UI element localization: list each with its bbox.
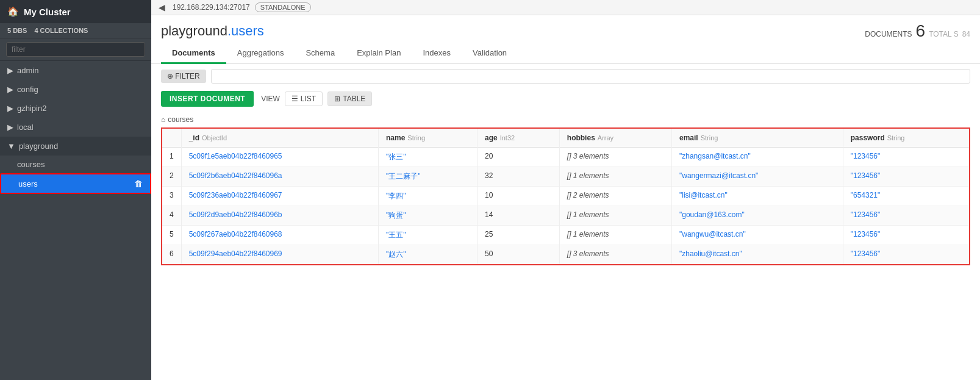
cell-hobbies: [] 2 elements: [559, 187, 671, 206]
row-number: 6: [162, 245, 181, 265]
tab-explain-plan[interactable]: Explain Plan: [346, 43, 412, 64]
sidebar-meta: 5 DBS 4 COLLECTIONS: [0, 23, 151, 38]
tab-validation[interactable]: Validation: [462, 43, 518, 64]
cluster-header[interactable]: 🏠 My Cluster: [0, 0, 151, 23]
tab-aggregations[interactable]: Aggregations: [226, 43, 295, 64]
table-icon: ⊞: [334, 95, 340, 103]
row-number: 5: [162, 226, 181, 245]
row-number: 4: [162, 206, 181, 226]
chevron-down-icon: ▼: [7, 142, 15, 151]
collections-count: 4 COLLECTIONS: [34, 27, 88, 34]
chevron-right-icon: ▶: [7, 123, 13, 132]
collection-label: courses: [17, 160, 45, 169]
col-name: nameString: [378, 128, 477, 148]
sidebar-item-gzhipin2[interactable]: ▶ gzhipin2: [0, 99, 151, 118]
sidebar-item-courses[interactable]: courses: [0, 156, 151, 173]
filter-query-input[interactable]: [211, 69, 970, 84]
sidebar-db-label: config: [17, 85, 38, 94]
cell-id: 5c09f267aeb04b22f8460968: [181, 226, 378, 245]
object-id[interactable]: 5c09f267aeb04b22f8460968: [189, 230, 282, 238]
list-view-button[interactable]: ☰ LIST: [285, 91, 323, 106]
table-container: ⌂ courses _idObjectId nameString ageInt3…: [151, 112, 980, 380]
sidebar-item-config[interactable]: ▶ config: [0, 80, 151, 99]
dbs-count: 5 DBS: [7, 27, 27, 34]
collection-title: playground.users: [161, 23, 264, 39]
row-number: 2: [162, 167, 181, 187]
sidebar-item-local[interactable]: ▶ local: [0, 118, 151, 137]
sidebar-item-users[interactable]: users 🗑: [0, 173, 151, 194]
collection-label: users: [18, 179, 38, 188]
col-num: [162, 128, 181, 148]
cell-age: 10: [477, 187, 559, 206]
cell-email: "zhangsan@itcast.cn": [671, 148, 843, 167]
cell-hobbies: [] 1 elements: [559, 226, 671, 245]
row-number: 1: [162, 148, 181, 167]
filter-input[interactable]: [6, 42, 145, 57]
table-row: 3 5c09f236aeb04b22f8460967 "李四" 10 [] 2 …: [162, 187, 970, 206]
documents-table: _idObjectId nameString ageInt32 hobbiesA…: [161, 127, 970, 265]
cell-name: "王二麻子": [378, 167, 477, 187]
cell-id: 5c09f236aeb04b22f8460967: [181, 187, 378, 206]
doc-count-area: DOCUMENTS 6 TOTAL S 84: [865, 21, 970, 41]
list-label: LIST: [301, 95, 316, 103]
cell-name: "狗蛋": [378, 206, 477, 226]
collapse-sidebar-button[interactable]: ◀: [159, 2, 165, 12]
table-row: 2 5c09f2b6aeb04b22f846096a "王二麻子" 32 [] …: [162, 167, 970, 187]
sidebar-db-label: playground: [19, 142, 58, 151]
object-id[interactable]: 5c09f2d9aeb04b22f846096b: [189, 210, 282, 219]
cell-email: "zhaoliu@itcast.cn": [671, 245, 843, 265]
breadcrumb-path: courses: [168, 115, 193, 124]
object-id[interactable]: 5c09f294aeb04b22f8460969: [189, 249, 282, 258]
sidebar-db-label: admin: [17, 66, 38, 75]
cell-name: "张三": [378, 148, 477, 167]
col-hobbies: hobbiesArray: [559, 128, 671, 148]
cell-password: "123456": [843, 167, 970, 187]
chevron-right-icon: ▶: [7, 66, 13, 75]
cell-hobbies: [] 3 elements: [559, 245, 671, 265]
cell-name: "李四": [378, 187, 477, 206]
table-row: 4 5c09f2d9aeb04b22f846096b "狗蛋" 14 [] 1 …: [162, 206, 970, 226]
chevron-right-icon: ▶: [7, 104, 13, 113]
cell-password: "123456": [843, 245, 970, 265]
row-number: 3: [162, 187, 181, 206]
sidebar: 🏠 My Cluster 5 DBS 4 COLLECTIONS ▶ admin…: [0, 0, 151, 380]
col-email: emailString: [671, 128, 843, 148]
table-header-row: _idObjectId nameString ageInt32 hobbiesA…: [162, 128, 970, 148]
table-view-button[interactable]: ⊞ TABLE: [327, 91, 372, 106]
tabs: Documents Aggregations Schema Explain Pl…: [151, 43, 980, 64]
tab-schema[interactable]: Schema: [295, 43, 346, 64]
total-value: 84: [962, 30, 970, 38]
filter-bar: ⊕ FILTER: [151, 64, 980, 88]
cell-name: "赵六": [378, 245, 477, 265]
sidebar-item-admin[interactable]: ▶ admin: [0, 61, 151, 80]
total-label: TOTAL S: [929, 30, 958, 38]
sidebar-item-playground[interactable]: ▼ playground: [0, 137, 151, 156]
cell-id: 5c09f294aeb04b22f8460969: [181, 245, 378, 265]
db-name: playground: [161, 23, 227, 38]
table-row: 1 5c09f1e5aeb04b22f8460965 "张三" 20 [] 3 …: [162, 148, 970, 167]
host-address: 192.168.229.134:27017: [173, 3, 250, 12]
cell-id: 5c09f2d9aeb04b22f846096b: [181, 206, 378, 226]
home-icon: ⌂: [161, 115, 165, 124]
collection-name: users: [231, 23, 264, 38]
tab-documents[interactable]: Documents: [161, 43, 226, 64]
insert-document-button[interactable]: INSERT DOCUMENT: [161, 91, 254, 107]
col-id: _idObjectId: [181, 128, 378, 148]
cell-password: "123456": [843, 206, 970, 226]
tab-indexes[interactable]: Indexes: [412, 43, 462, 64]
cluster-name: My Cluster: [24, 7, 71, 17]
cell-email: "wangermazi@itcast.cn": [671, 167, 843, 187]
documents-count: 6: [916, 21, 926, 41]
table-label: TABLE: [343, 95, 365, 103]
cell-email: "goudan@163.com": [671, 206, 843, 226]
sidebar-db-label: local: [17, 123, 34, 132]
delete-icon[interactable]: 🗑: [134, 179, 143, 188]
cell-age: 32: [477, 167, 559, 187]
object-id[interactable]: 5c09f1e5aeb04b22f8460965: [189, 152, 282, 160]
col-age: ageInt32: [477, 128, 559, 148]
object-id[interactable]: 5c09f236aeb04b22f8460967: [189, 191, 282, 199]
object-id[interactable]: 5c09f2b6aeb04b22f846096a: [189, 171, 282, 180]
main-content: ◀ 192.168.229.134:27017 STANDALONE playg…: [151, 0, 980, 380]
cell-age: 20: [477, 148, 559, 167]
filter-button[interactable]: ⊕ FILTER: [161, 70, 206, 83]
